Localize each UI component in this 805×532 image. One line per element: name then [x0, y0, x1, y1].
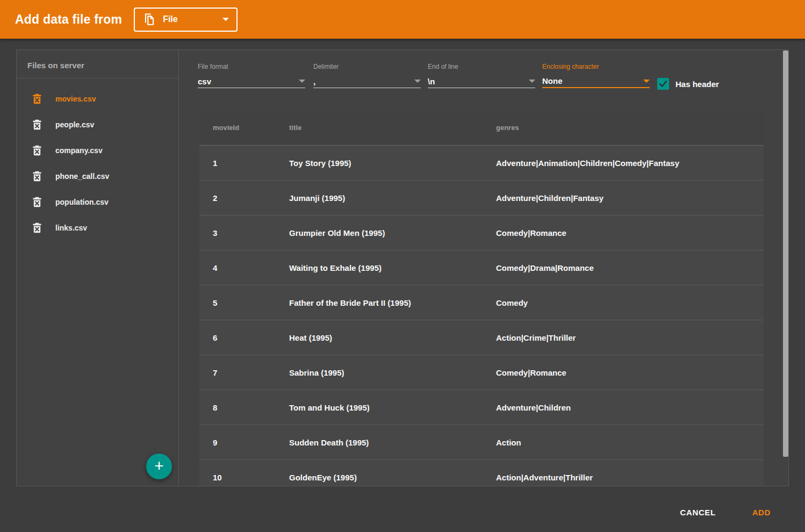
delete-file-icon[interactable] — [32, 119, 42, 130]
file-item-company[interactable]: company.csv — [17, 138, 178, 163]
plus-icon: + — [154, 458, 164, 474]
file-list: movies.csv people.csv — [17, 78, 178, 241]
chevron-down-icon — [643, 80, 650, 83]
cell-movieId: 3 — [199, 215, 276, 250]
column-header: title — [276, 110, 483, 145]
field-value: None — [542, 76, 563, 85]
table-row: 7 Sabrina (1995) Comedy|Romance — [199, 355, 764, 390]
field-value: , — [313, 77, 315, 86]
enclosing-character-select[interactable]: Enclosing character None — [542, 63, 650, 88]
table-header-row: movieId title genres — [199, 110, 764, 146]
cell-title: GoldenEye (1995) — [276, 460, 483, 486]
import-dialog-body: Files on server movies.csv — [16, 49, 789, 486]
cell-title: Grumpier Old Men (1995) — [276, 215, 483, 250]
table-row: 2 Jumanji (1995) Adventure|Children|Fant… — [199, 181, 764, 215]
cell-movieId: 10 — [199, 460, 276, 486]
column-header: genres — [483, 110, 764, 145]
field-value: \n — [428, 77, 435, 86]
table-row: 6 Heat (1995) Action|Crime|Thriller — [199, 320, 764, 355]
file-item-population[interactable]: population.csv — [17, 189, 178, 215]
file-item-phone-call[interactable]: phone_call.csv — [17, 163, 178, 189]
source-type-value: File — [163, 15, 178, 24]
file-item-movies[interactable]: movies.csv — [17, 86, 178, 112]
file-name: movies.csv — [55, 95, 96, 103]
cancel-button[interactable]: CANCEL — [680, 505, 716, 520]
field-label: End of line — [428, 63, 535, 71]
chevron-down-icon — [529, 80, 535, 83]
chevron-down-icon — [299, 80, 305, 83]
file-name: company.csv — [55, 146, 103, 155]
cell-movieId: 9 — [199, 425, 276, 459]
cell-title: Sabrina (1995) — [276, 355, 483, 390]
end-of-line-select[interactable]: End of line \n — [428, 63, 535, 88]
cell-genres: Adventure|Animation|Children|Comedy|Fant… — [483, 146, 764, 180]
cell-genres: Action|Adventure|Thriller — [483, 460, 764, 486]
checkbox-label: Has header — [675, 80, 719, 89]
file-name: links.csv — [55, 224, 87, 232]
table-row: 8 Tom and Huck (1995) Adventure|Children — [199, 390, 764, 425]
cell-movieId: 7 — [199, 355, 276, 390]
cell-movieId: 6 — [199, 320, 276, 355]
table-row: 10 GoldenEye (1995) Action|Adventure|Thr… — [199, 460, 764, 486]
cell-genres: Comedy — [483, 285, 764, 320]
source-type-dropdown[interactable]: File — [134, 8, 238, 32]
cell-title: Father of the Bride Part II (1995) — [276, 285, 483, 320]
field-label: Delimiter — [313, 63, 421, 71]
table-row: 4 Waiting to Exhale (1995) Comedy|Drama|… — [199, 250, 764, 285]
file-name: people.csv — [55, 120, 94, 129]
file-item-links[interactable]: links.csv — [17, 215, 178, 241]
file-copy-icon — [142, 12, 156, 26]
field-value: csv — [198, 77, 211, 86]
sidebar-title: Files on server — [17, 50, 178, 78]
cell-title: Heat (1995) — [276, 320, 483, 355]
file-name: phone_call.csv — [55, 172, 109, 181]
cell-title: Tom and Huck (1995) — [276, 390, 483, 425]
chevron-down-icon — [222, 18, 229, 21]
cell-genres: Comedy|Romance — [483, 215, 764, 250]
table-row: 3 Grumpier Old Men (1995) Comedy|Romance — [199, 215, 764, 250]
table-row: 5 Father of the Bride Part II (1995) Com… — [199, 285, 764, 320]
cell-movieId: 5 — [199, 285, 276, 320]
table-row: 9 Sudden Death (1995) Action — [199, 425, 764, 460]
cell-genres: Comedy|Drama|Romance — [483, 250, 764, 285]
app-bar: Add data file from File — [0, 0, 805, 39]
add-file-button[interactable]: + — [146, 454, 172, 479]
column-header: movieId — [199, 110, 276, 145]
cell-genres: Adventure|Children — [483, 390, 764, 425]
delete-file-icon[interactable] — [32, 197, 42, 207]
add-button[interactable]: ADD — [752, 505, 771, 520]
cell-movieId: 8 — [199, 390, 276, 425]
cell-genres: Adventure|Children|Fantasy — [483, 181, 764, 215]
chevron-down-icon — [414, 80, 421, 83]
dialog-title: Add data file from — [15, 12, 122, 27]
cell-title: Waiting to Exhale (1995) — [276, 250, 483, 285]
table-row: 1 Toy Story (1995) Adventure|Animation|C… — [199, 146, 764, 181]
delete-file-icon[interactable] — [32, 145, 42, 156]
file-format-select[interactable]: File format csv — [198, 63, 305, 88]
csv-preview-table: movieId title genres 1 Toy Story (1995) … — [199, 110, 764, 486]
add-data-file-dialog: Add data file from File Files on server — [0, 0, 805, 532]
file-item-people[interactable]: people.csv — [17, 112, 178, 138]
has-header-checkbox[interactable]: Has header — [657, 78, 719, 90]
delete-file-icon[interactable] — [32, 94, 42, 104]
cell-title: Jumanji (1995) — [276, 181, 483, 215]
cell-genres: Action — [483, 425, 764, 459]
dialog-actions: CANCEL ADD — [680, 505, 771, 520]
field-label: File format — [198, 63, 305, 71]
file-preview-panel: File format csv Delimiter , End of line … — [179, 50, 788, 486]
files-sidebar: Files on server movies.csv — [17, 50, 179, 486]
delete-file-icon[interactable] — [32, 222, 42, 233]
cell-movieId: 4 — [199, 250, 276, 285]
cell-title: Sudden Death (1995) — [276, 425, 483, 459]
checkbox-checked-icon — [657, 78, 669, 90]
cell-genres: Action|Crime|Thriller — [483, 320, 764, 355]
file-name: population.csv — [55, 198, 109, 206]
cell-title: Toy Story (1995) — [276, 146, 483, 180]
cell-movieId: 2 — [199, 181, 276, 215]
delete-file-icon[interactable] — [32, 171, 42, 182]
field-label: Enclosing character — [542, 63, 650, 71]
vertical-scrollbar[interactable] — [783, 51, 788, 457]
delimiter-select[interactable]: Delimiter , — [313, 63, 421, 88]
cell-movieId: 1 — [199, 146, 276, 180]
cell-genres: Comedy|Romance — [483, 355, 764, 390]
